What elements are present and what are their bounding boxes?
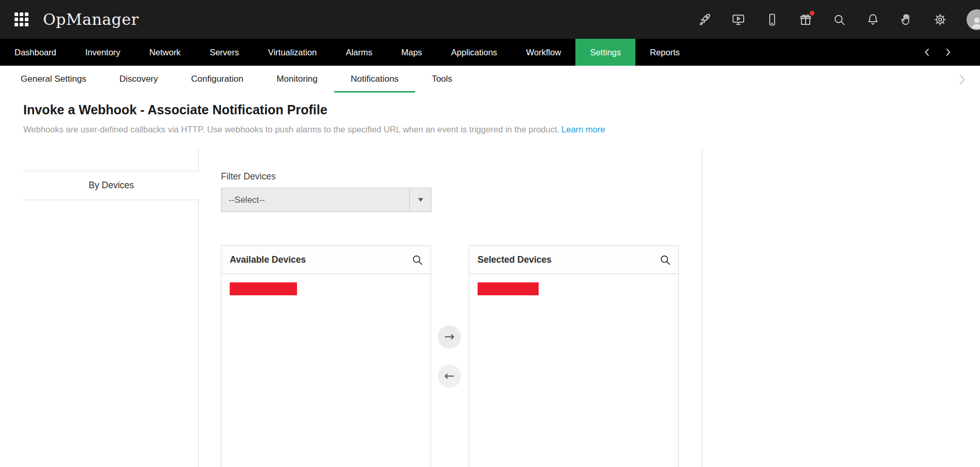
app-launcher-grid-icon[interactable] — [14, 12, 28, 26]
page-subtitle-text: Webhooks are user-defined callbacks via … — [23, 125, 559, 134]
gift-badge-dot — [810, 11, 814, 16]
subnav-item-general-settings[interactable]: General Settings — [4, 66, 103, 93]
header-actions — [697, 9, 980, 30]
search-icon[interactable] — [832, 12, 846, 26]
opmanager-app: OpManager — [0, 0, 980, 467]
subnav-chevron-right-icon[interactable] — [955, 72, 969, 86]
nav-item-settings[interactable]: Settings — [575, 39, 635, 66]
top-header: OpManager — [0, 0, 980, 39]
side-tab-by-devices[interactable]: By Devices — [23, 171, 199, 200]
hand-icon[interactable] — [899, 12, 913, 26]
bell-icon[interactable] — [866, 12, 880, 26]
phone-support-icon[interactable] — [765, 12, 779, 26]
nav-item-dashboard[interactable]: Dashboard — [0, 39, 71, 66]
search-icon[interactable] — [659, 254, 671, 266]
selected-device-item[interactable] — [478, 282, 539, 295]
demo-screen-icon[interactable] — [731, 12, 745, 26]
nav-item-inventory[interactable]: Inventory — [71, 39, 135, 66]
subnav-item-notifications[interactable]: Notifications — [334, 66, 415, 93]
rocket-icon[interactable] — [697, 12, 711, 26]
select-dropdown-toggle[interactable] — [409, 188, 431, 212]
page-title: Invoke a Webhook - Associate Notificatio… — [23, 102, 328, 117]
available-devices-header: Available Devices — [221, 246, 430, 274]
selected-devices-list — [469, 274, 678, 467]
user-avatar[interactable] — [967, 9, 980, 30]
search-icon[interactable] — [411, 254, 423, 266]
filter-devices-label: Filter Devices — [221, 171, 276, 182]
nav-scroll-controls — [922, 39, 980, 66]
nav-item-applications[interactable]: Applications — [437, 39, 512, 66]
chevron-right-icon[interactable] — [943, 47, 953, 57]
move-right-button[interactable]: → — [438, 325, 461, 349]
select-current-value: --Select-- — [221, 195, 265, 205]
nav-item-virtualization[interactable]: Virtualization — [254, 39, 331, 66]
selected-devices-header: Selected Devices — [469, 246, 678, 274]
app-logo: OpManager — [43, 10, 139, 28]
main-navigation: Dashboard Inventory Network Servers Virt… — [0, 39, 980, 66]
gift-icon[interactable] — [798, 12, 812, 26]
gear-icon[interactable] — [933, 12, 947, 26]
filter-devices-select[interactable]: --Select-- — [221, 188, 432, 212]
subnav-item-configuration[interactable]: Configuration — [174, 66, 260, 93]
subnav-item-monitoring[interactable]: Monitoring — [260, 66, 334, 93]
nav-item-alarms[interactable]: Alarms — [331, 39, 387, 66]
selected-devices-panel: Selected Devices — [469, 245, 679, 467]
nav-item-servers[interactable]: Servers — [195, 39, 254, 66]
subnav-item-discovery[interactable]: Discovery — [103, 66, 175, 93]
nav-item-network[interactable]: Network — [135, 39, 196, 66]
nav-item-reports[interactable]: Reports — [635, 39, 694, 66]
learn-more-link[interactable]: Learn more — [561, 125, 605, 134]
page-subtitle: Webhooks are user-defined callbacks via … — [23, 125, 605, 134]
content-right-divider — [702, 148, 702, 467]
selected-devices-title: Selected Devices — [469, 254, 552, 265]
available-device-item[interactable] — [230, 282, 297, 295]
settings-subnav: General Settings Discovery Configuration… — [0, 66, 980, 93]
nav-item-workflow[interactable]: Workflow — [512, 39, 576, 66]
available-devices-list — [221, 274, 430, 467]
available-devices-title: Available Devices — [221, 254, 306, 265]
nav-item-maps[interactable]: Maps — [387, 39, 437, 66]
available-devices-panel: Available Devices — [221, 245, 431, 467]
chevron-left-icon[interactable] — [922, 47, 932, 57]
move-left-button[interactable]: ← — [438, 365, 461, 388]
subnav-item-tools[interactable]: Tools — [415, 66, 469, 93]
caret-down-icon — [418, 198, 423, 202]
